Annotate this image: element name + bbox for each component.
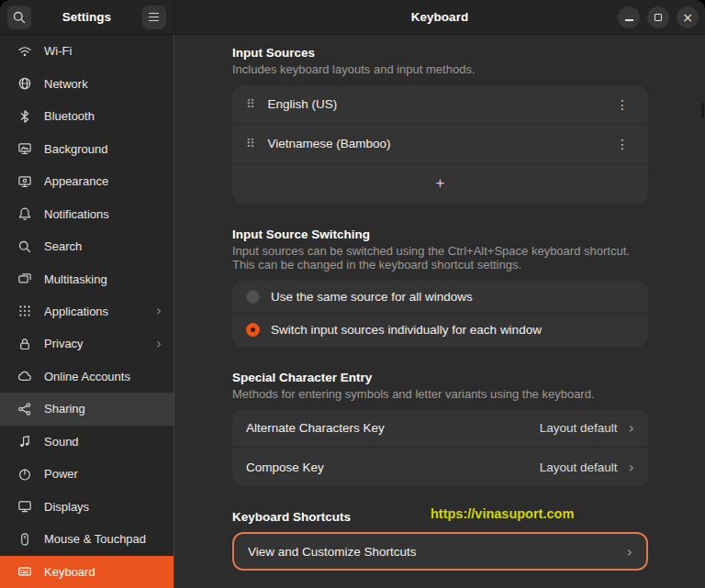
chevron-right-icon: › — [156, 336, 173, 352]
power-icon — [17, 467, 32, 482]
settings-window: Settings Keyboard × Wi-Fi Network Blueto… — [0, 0, 705, 588]
music-note-icon — [17, 434, 32, 449]
radio-button-checked[interactable] — [246, 323, 260, 337]
radio-label: Switch input sources individually for ea… — [271, 323, 542, 337]
sidebar-item-sharing[interactable]: Sharing — [0, 393, 173, 425]
page-title: Keyboard — [411, 10, 468, 24]
sidebar-item-bluetooth[interactable]: Bluetooth — [0, 100, 173, 132]
sidebar-item-mouse-touchpad[interactable]: Mouse & Touchpad — [0, 523, 173, 555]
sidebar-label: Appearance — [44, 174, 108, 188]
drag-handle-icon[interactable]: ⠿ — [246, 137, 254, 150]
radio-button-unchecked[interactable] — [246, 290, 260, 304]
sidebar-item-applications[interactable]: Applications› — [0, 295, 173, 327]
sidebar-item-power[interactable]: Power — [0, 458, 173, 490]
sidebar-label: Sound — [44, 435, 79, 449]
sidebar-label: Network — [44, 77, 88, 91]
row-value: Layout default — [540, 421, 618, 435]
description-line: This can be changed in the keyboard shor… — [232, 258, 648, 272]
sidebar-label: Notifications — [44, 207, 109, 221]
maximize-icon — [655, 14, 662, 21]
sidebar-item-keyboard[interactable]: Keyboard — [0, 556, 173, 588]
radio-row-same-source[interactable]: Use the same source for all windows — [232, 281, 648, 314]
search-icon — [17, 239, 32, 254]
keyboard-settings-panel: Input Sources Includes keyboard layouts … — [174, 35, 705, 588]
sidebar-item-privacy[interactable]: Privacy› — [0, 327, 173, 360]
sidebar-item-network[interactable]: Network — [0, 67, 173, 99]
input-source-name: Vietnamese (Bamboo) — [268, 137, 391, 150]
chevron-right-icon: › — [629, 419, 634, 437]
globe-icon — [17, 76, 32, 91]
sidebar-item-notifications[interactable]: Notifications — [0, 197, 173, 229]
sidebar-item-search[interactable]: Search — [0, 230, 173, 262]
headerbar-right: Keyboard × — [174, 0, 705, 34]
search-icon — [12, 10, 27, 25]
display-icon — [17, 499, 32, 514]
sidebar-item-background[interactable]: Background — [0, 132, 173, 164]
compose-key-row[interactable]: Compose Key Layout default › — [232, 448, 648, 486]
sidebar-item-wifi[interactable]: Wi-Fi — [0, 35, 173, 67]
app-grid-icon — [17, 304, 32, 318]
sidebar-item-multitasking[interactable]: Multitasking — [0, 262, 173, 294]
windows-icon — [17, 272, 32, 286]
sidebar-label: Bluetooth — [44, 109, 95, 123]
picture-icon — [17, 141, 32, 156]
shortcuts-card: View and Customize Shortcuts › — [232, 532, 648, 571]
sidebar-label: Power — [44, 467, 78, 481]
chevron-right-icon: › — [156, 303, 173, 319]
sidebar: Wi-Fi Network Bluetooth Background Appea… — [0, 35, 174, 588]
switching-options-card: Use the same source for all windows Swit… — [232, 281, 648, 347]
section-subtitle: Methods for entering symbols and letter … — [232, 387, 648, 402]
input-source-row-english[interactable]: ⠿ English (US) ⋮ — [232, 85, 648, 125]
maximize-button[interactable] — [647, 6, 669, 28]
row-label: Compose Key — [246, 460, 324, 474]
view-customize-shortcuts-row[interactable]: View and Customize Shortcuts › — [234, 534, 646, 569]
drag-handle-icon[interactable]: ⠿ — [246, 97, 254, 111]
close-button[interactable]: × — [677, 6, 699, 28]
section-title: Input Sources — [232, 46, 648, 60]
minimize-button[interactable] — [618, 6, 640, 28]
radio-row-individual-source[interactable]: Switch input sources individually for ea… — [232, 314, 648, 347]
appearance-icon — [17, 174, 32, 189]
sidebar-label: Online Accounts — [44, 370, 130, 383]
watermark-link: https://vinasuport.com — [431, 506, 574, 521]
sidebar-item-appearance[interactable]: Appearance — [0, 165, 173, 197]
radio-label: Use the same source for all windows — [271, 290, 473, 304]
row-value: Layout default — [540, 460, 618, 474]
sidebar-label: Background — [44, 142, 107, 156]
row-label: Alternate Characters Key — [246, 421, 385, 435]
wifi-icon — [17, 44, 32, 59]
minimize-icon — [625, 19, 633, 21]
lock-icon — [17, 337, 32, 351]
sidebar-label: Mouse & Touchpad — [44, 532, 146, 546]
cloud-icon — [17, 369, 32, 383]
search-button[interactable] — [7, 6, 31, 29]
plus-icon: + — [436, 174, 445, 193]
section-subtitle: Includes keyboard layouts and input meth… — [232, 62, 648, 77]
keyboard-shortcuts-section: Keyboard Shortcuts https://vinasuport.co… — [232, 510, 648, 571]
section-description: Input sources can be switched using the … — [232, 244, 648, 272]
close-icon: × — [682, 11, 693, 24]
chevron-right-icon: › — [629, 459, 634, 476]
headerbar-left: Settings — [0, 0, 174, 34]
chevron-right-icon: › — [627, 543, 632, 560]
scrollbar-thumb[interactable] — [701, 103, 704, 117]
main-menu-button[interactable] — [142, 6, 166, 29]
section-title: Input Source Switching — [232, 227, 648, 241]
input-source-name: English (US) — [268, 97, 338, 111]
sidebar-label: Sharing — [44, 402, 85, 416]
window-controls: × — [618, 6, 699, 28]
more-options-icon[interactable]: ⋮ — [610, 94, 634, 116]
sidebar-item-displays[interactable]: Displays — [0, 491, 173, 523]
input-sources-section: Input Sources Includes keyboard layouts … — [232, 46, 648, 204]
hamburger-icon — [149, 17, 159, 18]
app-body: Wi-Fi Network Bluetooth Background Appea… — [0, 35, 705, 588]
sidebar-item-sound[interactable]: Sound — [0, 426, 173, 458]
alternate-characters-key-row[interactable]: Alternate Characters Key Layout default … — [232, 409, 648, 448]
more-options-icon[interactable]: ⋮ — [610, 133, 634, 155]
bell-icon — [17, 206, 32, 221]
add-input-source-button[interactable]: + — [232, 164, 648, 204]
sidebar-label: Applications — [44, 305, 108, 318]
input-source-row-vietnamese[interactable]: ⠿ Vietnamese (Bamboo) ⋮ — [232, 125, 648, 164]
sidebar-item-online-accounts[interactable]: Online Accounts — [0, 361, 173, 393]
share-icon — [17, 402, 32, 416]
